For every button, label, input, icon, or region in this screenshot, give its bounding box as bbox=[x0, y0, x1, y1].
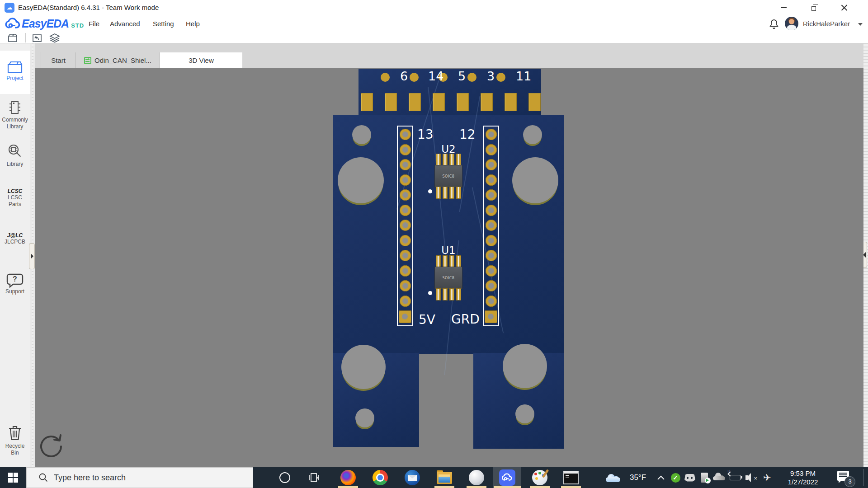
user-menu-caret-icon[interactable] bbox=[858, 23, 863, 26]
sidebar-item-commonly-library[interactable]: Commonly Library bbox=[0, 100, 30, 130]
brand-name: EasyEDA bbox=[22, 17, 69, 30]
through-hole-pad bbox=[400, 296, 411, 307]
show-desktop-button[interactable] bbox=[863, 469, 864, 486]
tab-start[interactable]: Start bbox=[41, 52, 76, 68]
tray-airplane-mode-icon[interactable]: ✈ bbox=[760, 467, 774, 488]
silkscreen-label-5v: 5V bbox=[419, 312, 435, 327]
sidebar-item-project[interactable]: Project bbox=[0, 51, 30, 94]
chip-refdes-u1: U1 bbox=[434, 244, 462, 256]
chip-pin bbox=[436, 288, 441, 300]
tray-discord-icon[interactable] bbox=[684, 467, 696, 488]
silkscreen-label-grd: GRD bbox=[451, 312, 480, 327]
sidebar-item-jlcpcb[interactable]: J@LC JLCPCB bbox=[0, 232, 30, 245]
chip-u1: SOIC8 bbox=[434, 267, 462, 289]
mount-hole bbox=[352, 125, 371, 144]
user-name[interactable]: RickHaleParker bbox=[803, 15, 850, 33]
cortana-button[interactable] bbox=[274, 467, 295, 488]
cortana-icon bbox=[279, 472, 290, 483]
taskbar-paint[interactable] bbox=[529, 467, 550, 488]
tray-expand-chevron[interactable] bbox=[655, 467, 667, 488]
running-indicator bbox=[530, 486, 550, 488]
smd-pad bbox=[528, 93, 541, 111]
pin-number: 14 bbox=[428, 69, 443, 83]
search-input[interactable] bbox=[54, 473, 235, 483]
taskbar-file-explorer[interactable] bbox=[434, 467, 455, 488]
weather-temperature[interactable]: 35°F bbox=[624, 467, 652, 488]
smd-pad bbox=[481, 93, 493, 111]
pin-hole bbox=[381, 73, 390, 82]
running-indicator bbox=[467, 486, 486, 488]
mount-hole-large bbox=[338, 157, 384, 203]
action-center-button[interactable]: 3 bbox=[837, 471, 855, 485]
taskbar-terminal[interactable] bbox=[561, 467, 581, 488]
trash-icon bbox=[8, 425, 22, 441]
chip-pin bbox=[436, 255, 441, 267]
search-icon bbox=[38, 473, 48, 483]
taskbar-thunderbird[interactable] bbox=[402, 467, 423, 488]
sidebar-item-support[interactable]: ? Support bbox=[0, 273, 30, 295]
through-hole-pad bbox=[486, 250, 497, 261]
through-hole-pad bbox=[400, 235, 411, 246]
sidebar-item-label: Project bbox=[0, 75, 30, 82]
through-hole-pad bbox=[400, 265, 411, 277]
sidebar-item-label2: Library bbox=[0, 123, 30, 130]
menu-setting[interactable]: Setting bbox=[153, 15, 174, 33]
taskbar-clock[interactable]: 9:53 PM 1/27/2022 bbox=[776, 467, 830, 488]
start-button[interactable] bbox=[3, 467, 24, 488]
tray-battery-icon[interactable] bbox=[728, 467, 742, 488]
mount-hole bbox=[515, 404, 534, 423]
firefox-icon bbox=[340, 470, 356, 485]
through-hole-pad bbox=[486, 129, 497, 140]
tray-volume-muted-icon[interactable]: × bbox=[744, 467, 759, 488]
task-view-button[interactable] bbox=[303, 467, 324, 488]
tab-odin-can-shield[interactable]: Odin_CAN_Shiel... bbox=[76, 52, 160, 68]
notification-bell-icon[interactable] bbox=[769, 19, 779, 31]
rotate-view-button[interactable] bbox=[39, 432, 64, 458]
3d-viewport[interactable]: 6 14 5 3 11 bbox=[35, 68, 863, 467]
close-button[interactable] bbox=[834, 0, 854, 15]
tray-media-icon[interactable] bbox=[698, 467, 711, 488]
sidebar-item-label: LCSC bbox=[0, 194, 30, 201]
sidebar-item-library[interactable]: Library bbox=[0, 144, 30, 168]
tray-onedrive-icon[interactable] bbox=[712, 467, 726, 488]
sidebar-item-recycle-bin[interactable]: Recycle Bin bbox=[0, 425, 30, 456]
taskbar-sphere-app[interactable] bbox=[466, 467, 487, 488]
through-hole-pad bbox=[400, 159, 411, 170]
taskbar-search[interactable] bbox=[26, 467, 253, 488]
chip-pin bbox=[449, 187, 454, 199]
library-search-icon bbox=[7, 144, 23, 159]
sidebar-collapse-handle[interactable] bbox=[29, 243, 35, 269]
through-hole-pad bbox=[400, 129, 411, 140]
restore-button[interactable] bbox=[803, 0, 824, 15]
taskbar-firefox[interactable] bbox=[338, 467, 359, 488]
menu-help[interactable]: Help bbox=[186, 15, 200, 33]
clock-time: 9:53 PM bbox=[776, 469, 830, 478]
silkscreen-label-12: 12 bbox=[459, 127, 476, 142]
sidebar-item-label: Commonly bbox=[0, 117, 30, 123]
tray-security-check-icon[interactable]: ✓ bbox=[669, 467, 682, 488]
weather-cloud-icon[interactable] bbox=[605, 467, 623, 488]
easyeda-logo[interactable]: EasyEDA STD bbox=[5, 17, 84, 30]
sidebar-item-label2: Parts bbox=[0, 201, 30, 208]
sidebar-item-lcsc-parts[interactable]: LCSC LCSC Parts bbox=[0, 188, 30, 208]
easyeda-app-icon bbox=[499, 469, 515, 486]
terminal-icon bbox=[563, 471, 579, 484]
support-question-glyph: ? bbox=[0, 275, 30, 283]
through-hole-pad bbox=[400, 189, 411, 201]
menu-file[interactable]: File bbox=[89, 15, 99, 33]
pin-hole bbox=[410, 73, 419, 82]
running-indicator bbox=[494, 486, 521, 488]
through-hole-pad bbox=[400, 144, 411, 155]
user-avatar[interactable] bbox=[785, 17, 798, 30]
menu-advanced[interactable]: Advanced bbox=[110, 15, 140, 33]
toolbar-separator bbox=[25, 33, 26, 42]
mount-hole bbox=[523, 125, 542, 144]
clock-date: 1/27/2022 bbox=[776, 478, 830, 486]
document-tab-strip: Start Odin_CAN_Shiel... 3D View bbox=[35, 43, 863, 68]
tab-label: 3D View bbox=[189, 56, 214, 64]
taskbar-easyeda-active[interactable] bbox=[493, 467, 521, 488]
tab-3d-view[interactable]: 3D View bbox=[160, 52, 242, 68]
through-hole-pad bbox=[400, 250, 411, 261]
minimize-button[interactable] bbox=[773, 0, 794, 15]
taskbar-chrome[interactable] bbox=[370, 467, 391, 488]
